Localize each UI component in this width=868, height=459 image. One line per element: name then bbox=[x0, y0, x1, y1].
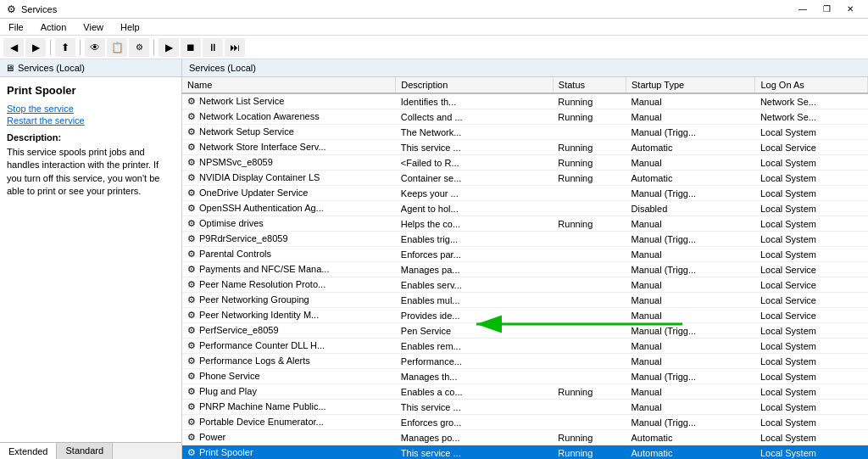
service-name: ⚙NVIDIA Display Container LS bbox=[182, 171, 396, 186]
service-logon: Local Service bbox=[755, 293, 868, 308]
service-status bbox=[553, 308, 626, 323]
service-logon: Local Service bbox=[755, 277, 868, 293]
properties-button[interactable]: ⚙ bbox=[129, 38, 149, 57]
restart-button[interactable]: ⏭ bbox=[225, 38, 245, 57]
service-logon: Local System bbox=[755, 339, 868, 354]
service-startup: Manual bbox=[626, 308, 755, 323]
service-name: ⚙Peer Networking Identity M... bbox=[182, 308, 396, 323]
table-header: Name Description Status Startup Type Log… bbox=[182, 77, 868, 93]
service-logon: Network Se... bbox=[755, 93, 868, 109]
table-row[interactable]: ⚙Portable Device Enumerator...Enforces g… bbox=[182, 415, 868, 430]
service-icon: ⚙ bbox=[187, 203, 196, 213]
col-logon[interactable]: Log On As bbox=[755, 77, 868, 93]
left-links: Stop the serviceRestart the service bbox=[7, 104, 175, 126]
service-icon: ⚙ bbox=[187, 233, 196, 243]
table-row[interactable]: ⚙Network Store Interface Serv...This ser… bbox=[182, 140, 868, 155]
tab-extended[interactable]: Extended bbox=[0, 443, 57, 459]
service-startup: Manual (Trigg... bbox=[626, 262, 755, 277]
minimize-button[interactable]: — bbox=[792, 2, 814, 17]
table-row[interactable]: ⚙Peer Name Resolution Proto...Enables se… bbox=[182, 277, 868, 293]
table-row[interactable]: ⚙Network Setup ServiceThe Network...Manu… bbox=[182, 125, 868, 140]
maximize-button[interactable]: ❐ bbox=[815, 2, 837, 17]
service-startup: Manual bbox=[626, 216, 755, 232]
service-icon: ⚙ bbox=[187, 432, 196, 442]
service-startup: Manual bbox=[626, 339, 755, 354]
close-button[interactable]: ✕ bbox=[839, 2, 861, 17]
table-row[interactable]: ⚙NPSMSvc_e8059<Failed to R...RunningManu… bbox=[182, 155, 868, 171]
service-logon: Local System bbox=[755, 232, 868, 247]
table-row[interactable]: ⚙Optimise drivesHelps the co...RunningMa… bbox=[182, 216, 868, 232]
menu-item-view[interactable]: View bbox=[80, 20, 107, 34]
service-status bbox=[553, 323, 626, 339]
table-row[interactable]: ⚙NVIDIA Display Container LSContainer se… bbox=[182, 171, 868, 186]
service-name: ⚙OpenSSH Authentication Ag... bbox=[182, 201, 396, 216]
table-row[interactable]: ⚙P9RdrService_e8059Enables trig...Manual… bbox=[182, 232, 868, 247]
services-list: Name Description Status Startup Type Log… bbox=[182, 77, 868, 459]
table-row[interactable]: ⚙PNRP Machine Name Public...This service… bbox=[182, 400, 868, 415]
right-breadcrumb-text: Services (Local) bbox=[189, 63, 256, 73]
left-link-stop-the-service[interactable]: Stop the service bbox=[7, 104, 175, 114]
toolbar-separator-2 bbox=[80, 40, 81, 55]
export-button[interactable]: 📋 bbox=[107, 38, 127, 57]
table-row[interactable]: ⚙OneDrive Updater ServiceKeeps your ...M… bbox=[182, 186, 868, 201]
table-row[interactable]: ⚙Peer Networking Identity M...Provides i… bbox=[182, 308, 868, 323]
service-startup: Automatic bbox=[626, 140, 755, 155]
service-logon: Local System bbox=[755, 247, 868, 262]
service-status: Running bbox=[553, 93, 626, 109]
toolbar-separator-3 bbox=[153, 40, 154, 55]
tab-standard[interactable]: Standard bbox=[57, 443, 113, 459]
forward-button[interactable]: ▶ bbox=[25, 38, 46, 57]
service-name: ⚙Peer Name Resolution Proto... bbox=[182, 277, 396, 293]
table-row[interactable]: ⚙Peer Networking GroupingEnables mul...M… bbox=[182, 293, 868, 308]
service-description: Enforces gro... bbox=[396, 415, 554, 430]
service-logon: Local System bbox=[755, 216, 868, 232]
service-name: ⚙Plug and Play bbox=[182, 384, 396, 400]
services-table[interactable]: Name Description Status Startup Type Log… bbox=[182, 77, 868, 459]
right-panel: Services (Local) Name Description Status… bbox=[182, 59, 868, 459]
show-hide-button[interactable]: 👁 bbox=[85, 38, 105, 57]
menu-item-file[interactable]: File bbox=[5, 20, 27, 34]
service-icon: ⚙ bbox=[187, 172, 196, 182]
service-status bbox=[553, 262, 626, 277]
service-logon: Local System bbox=[755, 369, 868, 384]
service-startup: Manual bbox=[626, 354, 755, 369]
left-link-restart-the-service[interactable]: Restart the service bbox=[7, 115, 175, 126]
table-row[interactable]: ⚙Network Location AwarenessCollects and … bbox=[182, 109, 868, 125]
back-button[interactable]: ◀ bbox=[3, 38, 24, 57]
menu-item-action[interactable]: Action bbox=[37, 20, 70, 34]
up-button[interactable]: ⬆ bbox=[55, 38, 75, 57]
service-status: Running bbox=[553, 109, 626, 125]
service-description: Manages po... bbox=[396, 430, 554, 445]
table-row[interactable]: ⚙Plug and PlayEnables a co...RunningManu… bbox=[182, 384, 868, 400]
table-row[interactable]: ⚙PerfService_e8059Pen ServiceManual (Tri… bbox=[182, 323, 868, 339]
service-icon: ⚙ bbox=[187, 249, 196, 259]
service-description: This service ... bbox=[396, 445, 554, 460]
play-button[interactable]: ▶ bbox=[159, 38, 179, 57]
service-description: Provides ide... bbox=[396, 308, 554, 323]
service-status: Running bbox=[553, 445, 626, 460]
service-startup: Manual bbox=[626, 247, 755, 262]
table-row[interactable]: ⚙Print SpoolerThis service ...RunningAut… bbox=[182, 445, 868, 460]
table-row[interactable]: ⚙OpenSSH Authentication Ag...Agent to ho… bbox=[182, 201, 868, 216]
menu-item-help[interactable]: Help bbox=[117, 20, 143, 34]
col-startup[interactable]: Startup Type bbox=[626, 77, 755, 93]
table-row[interactable]: ⚙Payments and NFC/SE Mana...Manages pa..… bbox=[182, 262, 868, 277]
service-startup: Automatic bbox=[626, 445, 755, 460]
service-startup: Manual bbox=[626, 384, 755, 400]
table-row[interactable]: ⚙Performance Counter DLL H...Enables rem… bbox=[182, 339, 868, 354]
table-row[interactable]: ⚙Parental ControlsEnforces par...ManualL… bbox=[182, 247, 868, 262]
col-description[interactable]: Description bbox=[396, 77, 554, 93]
col-status[interactable]: Status bbox=[553, 77, 626, 93]
table-row[interactable]: ⚙Performance Logs & AlertsPerformance...… bbox=[182, 354, 868, 369]
service-icon: ⚙ bbox=[187, 355, 196, 366]
table-row[interactable]: ⚙Phone ServiceManages th...Manual (Trigg… bbox=[182, 369, 868, 384]
service-description: This service ... bbox=[396, 140, 554, 155]
table-row[interactable]: ⚙PowerManages po...RunningAutomaticLocal… bbox=[182, 430, 868, 445]
stop-button[interactable]: ⏹ bbox=[181, 38, 201, 57]
service-startup: Manual bbox=[626, 400, 755, 415]
table-row[interactable]: ⚙Network List ServiceIdentifies th...Run… bbox=[182, 93, 868, 109]
col-name[interactable]: Name bbox=[182, 77, 396, 93]
pause-button[interactable]: ⏸ bbox=[203, 38, 223, 57]
service-startup: Manual bbox=[626, 277, 755, 293]
service-name: ⚙PerfService_e8059 bbox=[182, 323, 396, 339]
